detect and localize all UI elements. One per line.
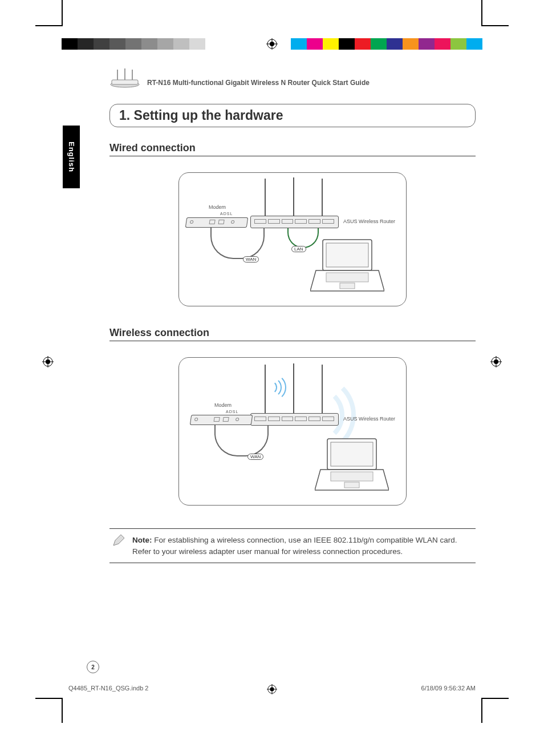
svg-rect-24 <box>326 273 368 282</box>
crop-mark <box>35 698 63 699</box>
registration-mark-icon <box>266 38 278 50</box>
adsl-label: ADSL <box>220 212 233 216</box>
swatch <box>109 38 125 50</box>
swatch <box>419 38 435 50</box>
swatch <box>387 38 403 50</box>
router-label: ASUS Wireless Router <box>343 219 395 224</box>
router-label: ASUS Wireless Router <box>343 416 395 422</box>
crop-mark <box>481 0 482 25</box>
laptop-icon <box>310 238 384 293</box>
crop-mark <box>481 698 509 699</box>
swatch <box>466 38 482 50</box>
modem-label: Modem <box>209 204 226 210</box>
pencil-icon <box>112 535 124 549</box>
crop-mark <box>35 25 63 26</box>
swatch <box>78 38 94 50</box>
svg-rect-30 <box>344 482 359 488</box>
swatch <box>189 38 205 50</box>
registration-mark-icon <box>42 356 54 367</box>
wan-label: WAN <box>247 454 263 460</box>
swatch <box>205 38 221 50</box>
document-title: RT-N16 Multi-functional Gigabit Wireless… <box>147 79 370 88</box>
swatch <box>141 38 157 50</box>
wireless-connection-diagram: ASUS Wireless Router Modem ADSL <box>178 357 407 506</box>
svg-rect-27 <box>331 442 373 466</box>
lan-label: LAN <box>291 246 306 252</box>
svg-rect-20 <box>112 80 138 84</box>
swatch <box>339 38 355 50</box>
swatch <box>355 38 371 50</box>
swatch <box>94 38 109 50</box>
footer-timestamp: 6/18/09 9:56:32 AM <box>421 685 476 692</box>
wired-connection-diagram: ASUS Wireless Router Modem ADSL <box>178 172 407 306</box>
svg-rect-29 <box>331 472 373 481</box>
crop-mark <box>481 25 509 26</box>
grayscale-calibration-bar <box>62 38 221 50</box>
swatch <box>371 38 387 50</box>
section-heading: 1. Setting up the hardware <box>109 104 476 127</box>
subheading-wired: Wired connection <box>109 142 476 156</box>
router-icon <box>109 68 140 88</box>
footer-filename: Q4485_RT-N16_QSG.indb 2 <box>68 685 148 692</box>
swatch <box>450 38 466 50</box>
color-calibration-bar <box>291 38 482 50</box>
note-body: For establishing a wireless connection, … <box>132 536 457 556</box>
swatch <box>62 38 78 50</box>
swatch <box>157 38 173 50</box>
swatch <box>435 38 450 50</box>
svg-marker-31 <box>113 535 124 545</box>
swatch <box>403 38 419 50</box>
note-text: Note: For establishing a wireless connec… <box>132 535 473 557</box>
note-block: Note: For establishing a wireless connec… <box>109 528 476 563</box>
wan-label: WAN <box>243 256 259 262</box>
crop-mark <box>62 0 63 25</box>
subheading-wireless: Wireless connection <box>109 327 476 341</box>
swatch <box>323 38 339 50</box>
laptop-icon <box>315 438 389 492</box>
svg-rect-25 <box>340 283 355 289</box>
svg-rect-22 <box>326 243 368 267</box>
adsl-label: ADSL <box>226 410 238 414</box>
swatch <box>125 38 141 50</box>
note-label: Note: <box>132 536 152 544</box>
swatch <box>291 38 307 50</box>
registration-mark-icon <box>490 356 502 367</box>
swatch <box>307 38 323 50</box>
crop-mark <box>62 698 63 723</box>
modem-label: Modem <box>214 402 232 408</box>
page-number: 2 <box>87 661 99 673</box>
swatch <box>173 38 189 50</box>
language-tab: English <box>63 126 80 188</box>
print-footer: Q4485_RT-N16_QSG.indb 2 6/18/09 9:56:32 … <box>68 685 476 692</box>
crop-mark <box>481 698 482 723</box>
